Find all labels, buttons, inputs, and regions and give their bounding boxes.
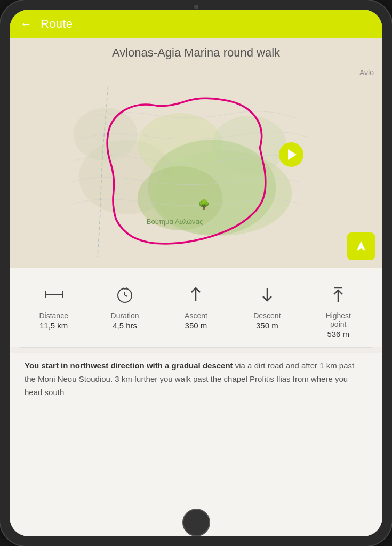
- description-text: You start in northwest direction with a …: [25, 359, 367, 399]
- stats-row: Distance 11,5 km Duration: [18, 280, 374, 339]
- distance-label: Distance: [39, 311, 68, 320]
- home-button[interactable]: [182, 509, 210, 536]
- duration-icon: [115, 280, 134, 308]
- description-highlight: You start in northwest direction with a …: [25, 361, 233, 370]
- svg-text:🌳: 🌳: [198, 199, 210, 211]
- svg-text:Βούτημα Αυλώνας: Βούτημα Αυλώνας: [147, 218, 203, 226]
- svg-marker-10: [357, 241, 365, 251]
- section-divider: [20, 347, 372, 348]
- svg-line-18: [125, 295, 127, 296]
- duration-value: 4,5 hrs: [113, 321, 137, 330]
- ascent-label: Ascent: [185, 311, 207, 320]
- ascent-value: 350 m: [185, 321, 207, 330]
- distance-value: 11,5 km: [39, 321, 68, 330]
- stat-duration: Duration 4,5 hrs: [103, 280, 146, 330]
- descent-icon: [258, 280, 277, 308]
- header-title: Route: [41, 17, 73, 31]
- stat-ascent: Ascent 350 m: [174, 280, 217, 330]
- map-title: Avlonas-Agia Marina round walk: [10, 46, 382, 60]
- descent-label: Descent: [253, 311, 281, 320]
- stat-distance: Distance 11,5 km: [33, 280, 75, 330]
- ascent-icon: [186, 280, 205, 308]
- descent-value: 350 m: [256, 321, 278, 330]
- screen: ← Route Avlonas-Agia Marina round walk A…: [10, 10, 382, 536]
- stat-highest-point: Highestpoint 536 m: [317, 280, 359, 339]
- navigation-button[interactable]: [347, 232, 375, 260]
- map-container[interactable]: Avlonas-Agia Marina round walk Avlo: [10, 38, 382, 268]
- duration-label: Duration: [111, 311, 139, 320]
- highest-point-value: 536 m: [327, 330, 349, 339]
- map-label-avlo: Avlo: [359, 68, 374, 77]
- back-button[interactable]: ←: [20, 17, 32, 31]
- stat-descent: Descent 350 m: [246, 280, 289, 330]
- highest-point-label: Highestpoint: [326, 311, 351, 328]
- highest-point-icon: [329, 280, 348, 308]
- device-frame: ← Route Avlonas-Agia Marina round walk A…: [0, 0, 392, 546]
- stats-section: Distance 11,5 km Duration: [10, 268, 382, 347]
- start-pin[interactable]: [279, 142, 303, 167]
- app-header: ← Route: [10, 10, 382, 38]
- distance-icon: [44, 280, 63, 308]
- map-svg: 🌳 Βούτημα Αυλώνας: [10, 38, 382, 268]
